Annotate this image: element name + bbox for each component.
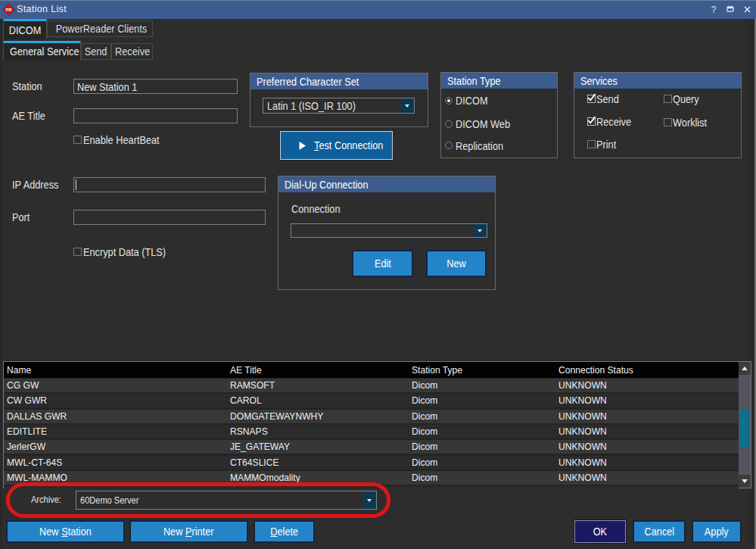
svg-text:PR: PR — [5, 8, 12, 12]
